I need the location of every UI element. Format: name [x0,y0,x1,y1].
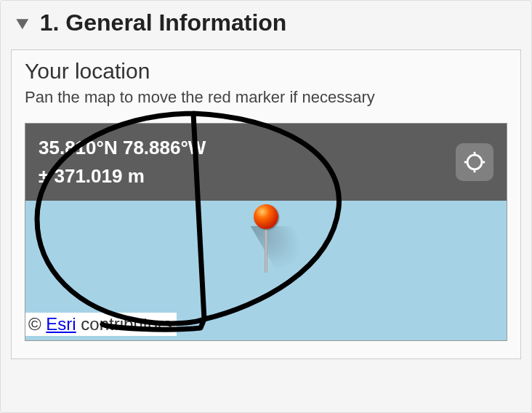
locate-button[interactable] [456,143,493,181]
map-canvas[interactable]: © Esri contributors [25,201,507,336]
chevron-down-icon: ▼ [12,13,33,33]
section-body: Your location Pan the map to move the re… [11,49,521,359]
coords-bar: 35.810°N 78.886°W ± 371.019 m [25,124,507,201]
accuracy-line: ± 371.019 m [39,162,206,191]
coords-line: 35.810°N 78.886°W [39,134,206,162]
section-header[interactable]: ▼ 1. General Information [1,1,531,49]
map-pin-icon [254,204,278,273]
location-label: Your location [25,59,507,84]
attribution-prefix: © [28,314,46,334]
coords-text: 35.810°N 78.886°W ± 371.019 m [39,134,206,191]
location-hint: Pan the map to move the red marker if ne… [25,88,507,107]
crosshair-icon [462,150,487,175]
section-title: 1. General Information [40,9,287,36]
map-widget[interactable]: 35.810°N 78.886°W ± 371.019 m [25,123,507,341]
attribution-suffix: contributors [76,314,172,334]
map-attribution: © Esri contributors [25,313,177,336]
panel: ▼ 1. General Information Your location P… [0,0,532,413]
svg-point-0 [467,155,482,169]
attribution-link[interactable]: Esri [46,314,76,334]
